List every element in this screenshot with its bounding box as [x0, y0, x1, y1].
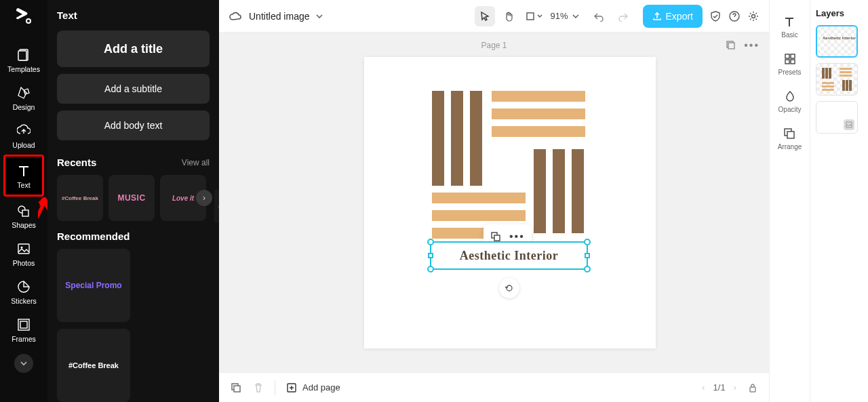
- svg-rect-8: [20, 321, 27, 328]
- delete-icon[interactable]: [253, 382, 264, 393]
- add-body-button[interactable]: Add body text: [57, 110, 210, 140]
- image-placeholder-icon: [844, 119, 854, 130]
- rail-arrange[interactable]: Arrange: [778, 123, 802, 157]
- crop-tool[interactable]: [524, 6, 544, 26]
- cloud-icon[interactable]: [229, 9, 242, 23]
- app-logo[interactable]: [12, 4, 36, 28]
- nav-design[interactable]: Design: [3, 79, 44, 117]
- view-all-link[interactable]: View all: [182, 158, 210, 167]
- resize-handle-nw[interactable]: [427, 239, 434, 245]
- recommended-heading: Recommended: [57, 230, 130, 242]
- svg-rect-5: [18, 244, 29, 254]
- svg-rect-9: [527, 13, 534, 20]
- opacity-icon: [783, 89, 797, 103]
- nav-label: Templates: [7, 65, 40, 73]
- svg-rect-23: [791, 60, 795, 64]
- resize-handle-e[interactable]: [585, 253, 590, 258]
- settings-icon[interactable]: [747, 10, 760, 22]
- svg-rect-22: [785, 60, 789, 64]
- help-icon[interactable]: [728, 10, 741, 22]
- group-icon[interactable]: [490, 231, 501, 242]
- export-button[interactable]: Export: [643, 5, 703, 28]
- next-page[interactable]: ›: [734, 382, 736, 393]
- resize-handle-se[interactable]: [584, 266, 591, 273]
- rail-presets[interactable]: Presets: [778, 48, 802, 83]
- nav-label: Shapes: [12, 221, 36, 229]
- layer-thumb[interactable]: [816, 63, 858, 96]
- resize-handle-ne[interactable]: [584, 239, 591, 245]
- text-icon: [16, 163, 32, 178]
- recommended-thumb[interactable]: #Coffee Break: [57, 329, 130, 402]
- plus-icon: [286, 382, 297, 393]
- undo-button[interactable]: [589, 6, 609, 26]
- arrange-icon: [783, 127, 796, 140]
- topbar: Untitled image 91% Export: [219, 0, 769, 33]
- page-indicator: 1/1: [713, 382, 726, 393]
- chevron-down-icon: [315, 12, 323, 20]
- rail-opacity[interactable]: Opacity: [778, 85, 802, 120]
- scroll-right-button[interactable]: ›: [196, 190, 212, 206]
- document-title[interactable]: Untitled image: [249, 11, 323, 22]
- svg-rect-17: [234, 386, 240, 392]
- svg-rect-4: [22, 210, 28, 216]
- shapes-icon: [16, 203, 32, 218]
- nav-templates[interactable]: Templates: [3, 41, 44, 79]
- add-title-button[interactable]: Add a title: [57, 31, 210, 67]
- canvas-area[interactable]: Page 1 •••: [219, 33, 769, 372]
- resize-handle-w[interactable]: [428, 253, 433, 258]
- nav-upload[interactable]: Upload: [3, 117, 44, 155]
- pages-icon[interactable]: [230, 382, 242, 394]
- nav-stickers[interactable]: Stickers: [3, 273, 44, 310]
- add-page-button[interactable]: Add page: [286, 382, 340, 393]
- page-more-icon[interactable]: •••: [744, 39, 760, 52]
- recommended-thumb[interactable]: Special Promo: [57, 249, 130, 322]
- nav-frames[interactable]: Frames: [3, 310, 44, 348]
- select-tool[interactable]: [475, 6, 495, 26]
- nav-label: Text: [17, 181, 30, 189]
- layer-thumb[interactable]: Aesthetic Interior: [816, 25, 858, 58]
- text-content[interactable]: Aesthetic Interior: [460, 249, 558, 263]
- pager: ‹ 1/1 ›: [702, 382, 736, 393]
- svg-point-11: [752, 14, 755, 18]
- export-icon: [652, 12, 662, 21]
- artboard[interactable]: ••• Aesthetic Interior: [364, 57, 656, 348]
- zoom-control[interactable]: 91%: [551, 11, 579, 21]
- duplicate-page-icon[interactable]: [725, 39, 736, 52]
- chevron-down-icon: [572, 13, 579, 20]
- design-icon: [16, 85, 32, 100]
- lock-icon[interactable]: [747, 382, 758, 393]
- svg-point-0: [26, 19, 31, 23]
- nav-rail: Templates Design Upload Text Shapes Phot…: [0, 0, 47, 402]
- redo-button[interactable]: [613, 6, 633, 26]
- bottom-bar: Add page ‹ 1/1 ›: [219, 372, 769, 402]
- add-subtitle-button[interactable]: Add a subtitle: [57, 74, 210, 104]
- text-icon: [783, 15, 796, 28]
- resize-handle-sw[interactable]: [427, 266, 434, 273]
- recent-thumb[interactable]: MUSIC: [108, 175, 155, 221]
- panel-collapse-handle[interactable]: ‹: [214, 190, 219, 222]
- svg-rect-13: [728, 43, 734, 49]
- hand-tool[interactable]: [499, 6, 519, 26]
- nav-more[interactable]: [14, 354, 33, 373]
- layers-title: Layers: [816, 8, 863, 18]
- recent-thumb[interactable]: #Coffee Break: [57, 175, 103, 221]
- logo-graphic[interactable]: [432, 91, 585, 233]
- nav-shapes[interactable]: Shapes: [3, 197, 44, 235]
- text-element-selected[interactable]: Aesthetic Interior: [430, 241, 588, 270]
- canvas-tools: 91%: [475, 6, 633, 26]
- prev-page[interactable]: ‹: [702, 382, 705, 393]
- nav-text[interactable]: Text: [3, 155, 44, 197]
- rotate-handle[interactable]: [499, 278, 519, 298]
- svg-rect-15: [494, 235, 500, 241]
- upload-icon: [16, 123, 32, 138]
- nav-label: Upload: [12, 141, 35, 149]
- layer-thumb[interactable]: [816, 101, 858, 134]
- nav-label: Design: [13, 103, 35, 111]
- main-area: Untitled image 91% Export: [219, 0, 769, 402]
- recommended-grid: Special Promo #Coffee Break BABYTOY okay…: [57, 249, 210, 402]
- layers-panel: Layers Aesthetic Interior: [810, 0, 868, 402]
- nav-photos[interactable]: Photos: [3, 235, 44, 273]
- svg-rect-2: [18, 51, 26, 60]
- rail-basic[interactable]: Basic: [781, 11, 797, 45]
- shield-icon[interactable]: [709, 10, 722, 22]
